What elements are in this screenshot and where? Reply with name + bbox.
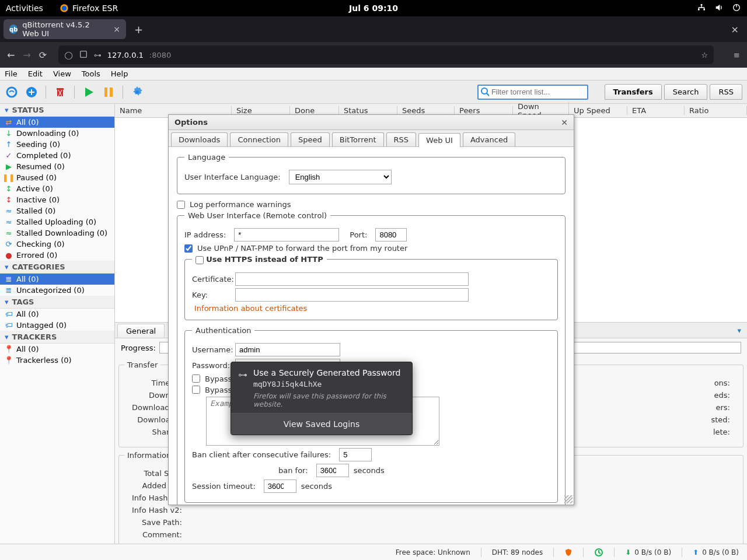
status-completed[interactable]: ✓Completed (0) bbox=[0, 150, 114, 161]
shield-icon[interactable]: ◯ bbox=[64, 51, 73, 60]
window-close-icon[interactable]: × bbox=[727, 24, 743, 35]
col-eta[interactable]: ETA bbox=[627, 106, 685, 115]
https-checkbox[interactable] bbox=[196, 256, 204, 264]
sidebar-group-tags[interactable]: ▾TAGS bbox=[0, 296, 114, 309]
status-active[interactable]: ↕Active (0) bbox=[0, 183, 114, 194]
resume-icon[interactable] bbox=[82, 85, 96, 99]
page-info-icon[interactable] bbox=[79, 50, 88, 61]
cert-input[interactable] bbox=[235, 272, 469, 286]
col-status[interactable]: Status bbox=[339, 106, 397, 115]
col-up[interactable]: Up Speed bbox=[569, 106, 627, 115]
key-input[interactable] bbox=[235, 288, 469, 302]
generated-password[interactable]: mqDY8Ji5qk4LhXe bbox=[253, 380, 405, 388]
filter-search[interactable] bbox=[477, 85, 588, 100]
view-saved-logins-button[interactable]: View Saved Logins bbox=[231, 413, 412, 435]
tab-search[interactable]: Search bbox=[664, 84, 708, 100]
ban-count-input[interactable] bbox=[339, 448, 372, 461]
new-tab-button[interactable]: + bbox=[134, 23, 143, 36]
session-timeout-input[interactable] bbox=[264, 480, 296, 493]
col-done[interactable]: Done bbox=[290, 106, 339, 115]
volume-icon[interactable] bbox=[714, 3, 724, 14]
tab-rss[interactable]: RSS bbox=[710, 84, 742, 100]
tab-bittorrent[interactable]: BitTorrent bbox=[332, 132, 384, 146]
username-input[interactable] bbox=[235, 343, 340, 356]
trk-all[interactable]: 📍All (0) bbox=[0, 344, 114, 355]
down-speed[interactable]: ⬇0 B/s (0 B) bbox=[625, 548, 671, 556]
tab-close-icon[interactable]: × bbox=[113, 24, 120, 34]
log-perf-checkbox[interactable] bbox=[177, 201, 185, 209]
bookmark-star-icon[interactable]: ☆ bbox=[701, 51, 708, 60]
back-button[interactable]: ← bbox=[7, 50, 15, 61]
dialog-titlebar[interactable]: Options ✕ bbox=[169, 115, 574, 130]
col-ratio[interactable]: Ratio bbox=[685, 106, 747, 115]
network-icon[interactable] bbox=[697, 3, 706, 14]
bypass-local-checkbox[interactable] bbox=[192, 374, 200, 383]
status-checking[interactable]: ⟳Checking (0) bbox=[0, 239, 114, 250]
upnp-checkbox[interactable] bbox=[184, 244, 193, 253]
col-size[interactable]: Size bbox=[232, 106, 290, 115]
info-tab-general[interactable]: General bbox=[117, 324, 165, 338]
status-stalled[interactable]: ≈Stalled (0) bbox=[0, 205, 114, 216]
status-errored[interactable]: ●Errored (0) bbox=[0, 250, 114, 261]
status-all[interactable]: ⇄All (0) bbox=[0, 117, 114, 128]
bypass-subnet-checkbox[interactable] bbox=[192, 386, 200, 394]
pause-icon[interactable] bbox=[102, 85, 116, 99]
tab-advanced[interactable]: Advanced bbox=[463, 132, 515, 146]
menu-help[interactable]: Help bbox=[111, 69, 128, 78]
alt-speed-icon[interactable] bbox=[594, 548, 603, 557]
up-speed[interactable]: ⬆0 B/s (0 B) bbox=[693, 548, 739, 556]
info-collapse-icon[interactable]: ▾ bbox=[737, 326, 741, 335]
reload-button[interactable]: ⟳ bbox=[39, 50, 47, 61]
sidebar-group-categories[interactable]: ▾CATEGORIES bbox=[0, 261, 114, 274]
menu-edit[interactable]: Edit bbox=[28, 69, 43, 78]
col-seeds[interactable]: Seeds bbox=[397, 106, 455, 115]
delete-icon[interactable] bbox=[53, 85, 67, 99]
activities-button[interactable]: Activities bbox=[6, 4, 43, 13]
status-resumed[interactable]: ▶Resumed (0) bbox=[0, 161, 114, 172]
menu-view[interactable]: View bbox=[53, 69, 71, 78]
tab-webui[interactable]: Web UI bbox=[418, 133, 460, 147]
lock-open-icon[interactable]: ⊶ bbox=[94, 51, 102, 60]
status-paused[interactable]: ❚❚Paused (0) bbox=[0, 172, 114, 183]
sidebar-group-status[interactable]: ▾STATUS bbox=[0, 104, 114, 117]
status-stalled-up[interactable]: ≈Stalled Uploading (0) bbox=[0, 216, 114, 228]
ip-input[interactable] bbox=[234, 228, 339, 242]
banfor-input[interactable] bbox=[316, 464, 349, 477]
browser-tab[interactable]: qb qBittorrent v4.5.2 Web UI × bbox=[4, 19, 126, 39]
tag-all[interactable]: 🏷All (0) bbox=[0, 309, 114, 320]
language-select[interactable]: English bbox=[289, 170, 392, 184]
tab-downloads[interactable]: Downloads bbox=[171, 132, 228, 146]
tab-rss-opt[interactable]: RSS bbox=[386, 132, 417, 146]
app-menu[interactable]: Firefox ESR bbox=[60, 4, 118, 13]
settings-icon[interactable] bbox=[130, 85, 144, 99]
tag-untagged[interactable]: 🏷Untagged (0) bbox=[0, 320, 114, 331]
key-label: Key: bbox=[192, 290, 227, 299]
status-downloading[interactable]: ↓Downloading (0) bbox=[0, 128, 114, 139]
cat-uncategorized[interactable]: ≣Uncategorized (0) bbox=[0, 285, 114, 296]
col-name[interactable]: Name bbox=[115, 106, 232, 115]
status-seeding[interactable]: ↑Seeding (0) bbox=[0, 139, 114, 150]
col-peers[interactable]: Peers bbox=[455, 106, 513, 115]
status-stalled-dn[interactable]: ≈Stalled Downloading (0) bbox=[0, 228, 114, 239]
status-inactive[interactable]: ↕Inactive (0) bbox=[0, 194, 114, 205]
firewall-icon[interactable] bbox=[564, 548, 573, 556]
port-input[interactable] bbox=[375, 228, 407, 242]
tab-speed[interactable]: Speed bbox=[291, 132, 330, 146]
dialog-resize-handle[interactable] bbox=[564, 495, 573, 503]
app-menu-icon[interactable]: ≡ bbox=[734, 51, 740, 60]
menu-tools[interactable]: Tools bbox=[82, 69, 100, 78]
sidebar-group-trackers[interactable]: ▾TRACKERS bbox=[0, 331, 114, 344]
cert-info-link[interactable]: Information about certificates bbox=[194, 304, 307, 313]
tab-connection[interactable]: Connection bbox=[230, 132, 288, 146]
add-torrent-icon[interactable] bbox=[25, 85, 39, 99]
dialog-close-icon[interactable]: ✕ bbox=[561, 118, 568, 127]
power-icon[interactable] bbox=[732, 3, 741, 14]
filter-input[interactable] bbox=[491, 88, 585, 96]
tab-transfers[interactable]: Transfers bbox=[605, 84, 662, 100]
add-link-icon[interactable] bbox=[5, 85, 19, 99]
url-bar[interactable]: ◯ ⊶ 127.0.0.1:8080 ☆ bbox=[58, 46, 714, 64]
menu-file[interactable]: File bbox=[5, 69, 18, 78]
trk-trackerless[interactable]: 📍Trackerless (0) bbox=[0, 355, 114, 366]
clock[interactable]: Jul 6 09:10 bbox=[349, 4, 398, 13]
cat-all[interactable]: ≣All (0) bbox=[0, 274, 114, 285]
